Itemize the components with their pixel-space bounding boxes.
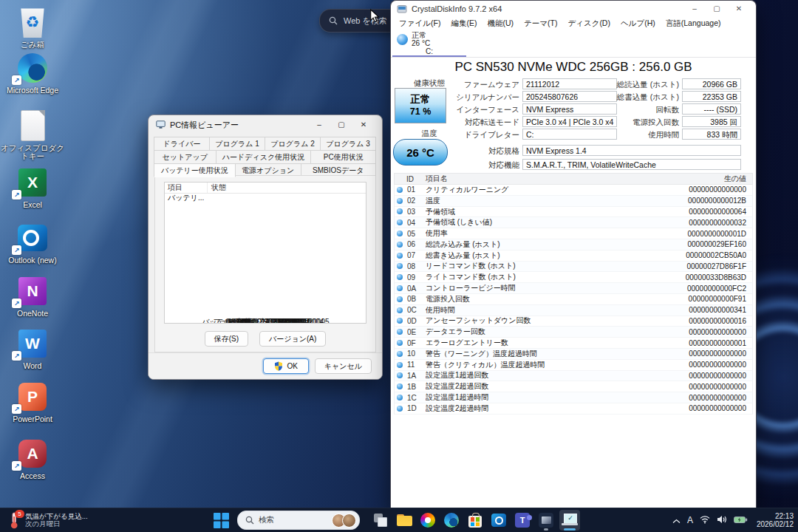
battery-list-row[interactable]: ファーム...0011.0011.0001.0004 (207, 321, 324, 323)
taskbar-icon-store[interactable] (465, 510, 485, 531)
smart-row[interactable]: 1B設定温度2超過回数00000000000000 (394, 381, 753, 392)
taskbar-icon-copilot[interactable] (417, 510, 438, 531)
cdi-title-bar[interactable]: CrystalDiskInfo 9.7.2 x64 –▢✕ (391, 1, 756, 17)
tray-chevron-up-icon[interactable] (672, 514, 681, 527)
version-button[interactable]: バージョン(A) (259, 331, 326, 347)
field-value: 205245807626 (522, 91, 617, 102)
tab-ドライバー[interactable]: ドライバー (154, 137, 210, 151)
pcv-minimize-button[interactable]: – (308, 115, 330, 134)
ok-button[interactable]: OK (263, 358, 308, 374)
smart-row[interactable]: 07総書き込み量 (ホスト)00000002CB50A0 (394, 250, 753, 262)
smart-row[interactable]: 1D設定温度2超過時間00000000000000 (394, 403, 753, 415)
menu-item[interactable]: 言語(Language) (661, 18, 726, 29)
menu-item[interactable]: 機能(U) (482, 18, 519, 29)
smart-row[interactable]: 0Fエラーログエントリー数00000000000001 (394, 338, 753, 349)
smart-row[interactable]: 0Eデータエラー回数00000000000000 (394, 327, 753, 338)
menu-item[interactable]: ヘルプ(H) (615, 18, 661, 29)
battery-status-list[interactable]: 項目 状態 バッテリ...バッテリ...CF-VZSU1M製造番号2310200… (164, 182, 366, 324)
taskbar-icon-file-explorer[interactable] (394, 510, 415, 531)
smart-status-dot-icon (397, 187, 403, 193)
battery-list-row[interactable]: バッテリ... (165, 194, 366, 202)
tab-ハードディスク使用状況[interactable]: ハードディスク使用状況 (216, 150, 312, 164)
taskbar-icon-pc-info-viewer[interactable] (536, 510, 556, 531)
battery-charging-icon[interactable] (734, 514, 748, 527)
pcv-tab-page: 項目 状態 バッテリ...バッテリ...CF-VZSU1M製造番号2310200… (154, 175, 376, 352)
pcv-maximize-button[interactable]: ▢ (330, 115, 352, 134)
tab-セットアップ[interactable]: セットアップ (154, 150, 216, 164)
cdi-minimize-button[interactable]: – (683, 1, 706, 17)
disk-tab-drive: C: (391, 47, 468, 55)
desktop-icon-onenote[interactable]: N↗OneNote (0, 275, 65, 318)
smart-row[interactable]: 11警告（クリティカル）温度超過時間00000000000000 (394, 360, 753, 371)
smart-row[interactable]: 1C設定温度1超過時間00000000000000 (394, 392, 753, 403)
menu-item[interactable]: ディスク(D) (562, 18, 615, 29)
taskbar-icon-teams[interactable]: T (512, 510, 533, 531)
smart-status-dot-icon (397, 395, 403, 400)
smart-header-name[interactable]: 項目名 (426, 174, 598, 184)
smart-row[interactable]: 0B電源投入回数00000000000F91 (394, 294, 753, 305)
desktop-icon-office-doc[interactable]: オフィスプロダクトキー (0, 109, 65, 160)
smart-row[interactable]: 09ライトコマンド数 (ホスト)00000033D8B63D (394, 272, 753, 283)
smart-header-id[interactable]: ID (406, 175, 426, 183)
menu-item[interactable]: テーマ(T) (519, 18, 562, 29)
desktop-icon-recycle-bin[interactable]: ♻ごみ箱 (0, 6, 65, 49)
smart-row[interactable]: 06総読み込み量 (ホスト)000000029EF160 (394, 239, 753, 250)
taskbar-icon-task-view[interactable] (370, 510, 391, 531)
start-button[interactable] (211, 510, 231, 531)
tab-プログラム 2[interactable]: プログラム 2 (265, 137, 321, 151)
smart-name: データエラー回数 (426, 327, 598, 337)
pcv-title-bar[interactable]: PC情報ビューアー –▢✕ (149, 115, 382, 134)
wifi-icon[interactable] (700, 514, 710, 527)
save-button[interactable]: 保存(S) (205, 331, 248, 347)
taskbar-icon-outlook[interactable] (488, 510, 509, 531)
taskbar-search-box[interactable]: 検索 (237, 511, 360, 530)
smart-row[interactable]: 01クリティカルワーニング00000000000000 (394, 185, 753, 196)
smart-header-raw[interactable]: 生の値 (598, 174, 752, 184)
menu-item[interactable]: 編集(E) (446, 18, 482, 29)
smart-row[interactable]: 0C使用時間00000000000341 (394, 305, 753, 316)
pcv-close-button[interactable]: ✕ (352, 115, 375, 134)
taskbar-clock[interactable]: 22:13 2026/02/12 (757, 512, 794, 529)
menu-item[interactable]: ファイル(F) (394, 18, 446, 29)
smart-row[interactable]: 02温度0000000000012B (394, 196, 753, 207)
smart-row[interactable]: 03予備領域00000000000064 (394, 207, 753, 218)
taskbar-icon-crystaldiskinfo[interactable]: ✓ (559, 510, 580, 531)
desktop-icon-outlook[interactable]: ↗Outlook (new) (0, 222, 65, 265)
disk-tab-status: 正常26 °C (412, 32, 430, 47)
smart-table: ID 項目名 生の値 01クリティカルワーニング0000000000000002… (394, 173, 753, 415)
smart-name: 電源投入回数 (426, 294, 598, 304)
tab-プログラム 1[interactable]: プログラム 1 (209, 137, 265, 151)
tab-PC使用状況[interactable]: PC使用状況 (310, 150, 376, 164)
smart-id: 06 (407, 240, 426, 248)
smart-raw-value: 00000000000000 (598, 361, 752, 369)
smart-id: 07 (407, 251, 426, 259)
search-highlight-avatars[interactable] (332, 514, 356, 528)
smart-row[interactable]: 05使用率0000000000001D (394, 228, 753, 239)
smart-row[interactable]: 0Aコントローラービジー時間00000000000FC2 (394, 283, 753, 294)
cancel-button[interactable]: キャンセル (315, 358, 372, 374)
cdi-close-button[interactable]: ✕ (728, 1, 750, 17)
desktop-icon-edge[interactable]: ↗Microsoft Edge (0, 52, 65, 95)
volume-icon[interactable] (717, 514, 727, 527)
taskbar-icon-edge[interactable] (441, 510, 462, 531)
battery-list-header-item[interactable]: 項目 (165, 183, 208, 193)
smart-status-dot-icon (397, 362, 403, 368)
desktop-icon-access[interactable]: A↗Access (0, 437, 65, 480)
clock-date: 2026/02/12 (757, 520, 794, 528)
ime-mode-indicator[interactable]: A (687, 515, 693, 525)
smart-name: 総書き込み量 (ホスト) (426, 250, 598, 261)
desktop-icon-excel[interactable]: X↗Excel (0, 166, 65, 209)
cdi-maximize-button[interactable]: ▢ (706, 1, 728, 17)
smart-row[interactable]: 04予備領域 (しきい値)00000000000032 (394, 217, 753, 228)
desktop-icon-word[interactable]: W↗Word (0, 327, 65, 370)
tab-プログラム 3[interactable]: プログラム 3 (320, 137, 376, 151)
desktop-icon-powerpoint[interactable]: P↗PowerPoint (0, 381, 65, 423)
battery-list-header-state[interactable]: 状態 (208, 183, 226, 193)
tab-バッテリー使用状況[interactable]: バッテリー使用状況 (154, 163, 236, 177)
smart-row[interactable]: 0Dアンセーフシャットダウン回数00000000000016 (394, 316, 753, 327)
smart-row[interactable]: 08リードコマンド数 (ホスト)00000027D86F1F (394, 262, 753, 273)
smart-row[interactable]: 10警告（ワーニング）温度超過時間00000000000000 (394, 349, 753, 360)
disk-tab-c[interactable]: 正常26 °C C: (391, 30, 468, 57)
smart-row[interactable]: 1A設定温度1超過回数00000000000000 (394, 371, 753, 382)
weather-widget[interactable]: 5 気温が下がる見込... 次の月曜日 (3, 508, 93, 532)
